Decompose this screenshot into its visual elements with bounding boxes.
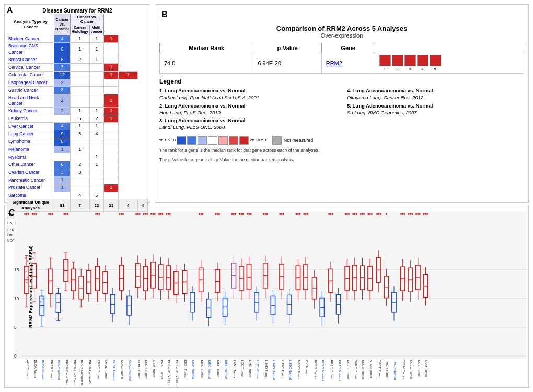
median-rank-value: 74.0: [160, 53, 253, 74]
svg-text:ACC Tumor: ACC Tumor: [26, 360, 30, 377]
cancer-vs-normal-val: 1: [54, 176, 71, 184]
histology-val1: [70, 94, 89, 108]
histology-val2: [89, 79, 104, 87]
histology-val2: 1: [89, 123, 104, 130]
svg-text:KICH Normal: KICH Normal: [192, 360, 195, 379]
scale-box-6: [229, 136, 238, 145]
histology-val2: [89, 176, 104, 184]
color-boxes: [379, 55, 519, 66]
cancer-vs-normal-val: 2: [54, 94, 71, 108]
cancer-row-name: Sarcoma: [7, 192, 54, 199]
cancer-vs-normal-val: [54, 153, 71, 161]
histology-val2: 1: [89, 35, 104, 43]
p-value-value: 6.94E-20: [253, 53, 321, 74]
sl-5: 5: [168, 138, 170, 142]
cancer-row-name: Bladder Cancer: [7, 35, 54, 43]
multi-cancer-val: [104, 130, 119, 138]
svg-text:***: ***: [246, 212, 251, 217]
multi-cancer-val: [104, 56, 119, 64]
svg-text:HNSC+HPVpos Tumor: HNSC+HPVpos Tumor: [175, 360, 179, 385]
histology-val2: [89, 169, 104, 176]
svg-text:UCS Tumor: UCS Tumor: [417, 360, 421, 377]
histology-val2: [89, 146, 104, 153]
footnote-2: The p-Value for a gene is its p-Value fo…: [159, 157, 524, 163]
legend-italic-4: Okayama Lung, Cancer Res, 2012: [347, 94, 423, 100]
histology-val1: 1: [70, 123, 89, 130]
cancer-vs-normal-val: [54, 192, 71, 199]
svg-text:THCA Normal: THCA Normal: [393, 360, 397, 381]
panel-a: A Disease Summary for RRM2 Analysis Type…: [4, 4, 150, 203]
svg-text:BRCA-Basal Tumor: BRCA-Basal Tumor: [65, 360, 69, 385]
histology-val2: [89, 64, 104, 72]
analysis-table: Median Rank p-Value Gene 74.0 6.94E-20 R…: [159, 43, 524, 74]
svg-text:SKCM Tumor: SKCM Tumor: [362, 360, 365, 380]
legend-num-5: 5. Lung Adenocarcinoma vs. Normal: [347, 103, 433, 109]
cancer-row-name: Pancreatic Cancer: [7, 176, 54, 184]
multi-cancer-val: 1: [104, 35, 119, 43]
legend-item-4: 4. Lung Adenocarcinoma vs. Normal Okayam…: [347, 87, 524, 101]
legend-num-4: 4. Lung Adenocarcinoma vs. Normal: [347, 88, 433, 93]
histology-val2: [89, 71, 104, 79]
gene-value[interactable]: RRM2: [321, 53, 375, 74]
panel-a-title: Disease Summary for RRM2: [7, 8, 148, 14]
cancer-vs-normal-val: 1: [54, 184, 71, 192]
multi-cancer-val: 1: [104, 71, 119, 79]
histology-val1: 3: [70, 169, 89, 176]
svg-text:***: ***: [239, 212, 244, 217]
svg-text:THYM Tumor: THYM Tumor: [402, 360, 405, 379]
svg-text:***: ***: [119, 212, 124, 217]
cancer-vs-normal-val: 2: [54, 108, 71, 115]
svg-text:BLCA Tumor: BLCA Tumor: [33, 360, 37, 378]
panel-c: C RRM2 Expression Level (log2 RSEM) 0 5 …: [4, 205, 529, 388]
multi-cancer-val: [104, 146, 119, 153]
svg-text:MESO Tumor: MESO Tumor: [297, 360, 301, 380]
svg-text:HNSC Tumor: HNSC Tumor: [160, 360, 164, 379]
cancer-row-name: Melanoma: [7, 146, 54, 153]
multi-cancer-val: 1: [104, 184, 119, 192]
multi-cancer-val: [104, 176, 119, 184]
color-boxes-cell: 1 2 3 4 5: [375, 53, 524, 74]
svg-text:***: ***: [279, 212, 284, 217]
cancer-vs-normal-val: [54, 115, 71, 123]
cancer-row-name: Head and Neck Cancer: [7, 94, 54, 108]
svg-text:***: ***: [63, 212, 68, 217]
svg-text:SARC Tumor: SARC Tumor: [354, 360, 357, 379]
median-rank-header: Median Rank: [160, 43, 253, 53]
box-label-1: 1: [379, 67, 391, 72]
svg-text:GBM Tumor: GBM Tumor: [153, 360, 156, 378]
svg-text:PCPG Normal: PCPG Normal: [321, 360, 325, 381]
nm-label: Not measured: [284, 138, 314, 143]
legend-num-3: 3. Lung Adenocarcinoma vs. Normal: [159, 117, 245, 123]
legend-italic-5: Su Lung, BMC Genomics, 2007: [347, 110, 417, 115]
svg-text:KIRC Tumor: KIRC Tumor: [200, 360, 204, 378]
sl-10: 10: [171, 138, 176, 142]
scale-box-3: [198, 136, 207, 145]
yaxis-10: 10: [14, 296, 19, 301]
histology-val2: 2: [89, 115, 104, 123]
not-measured: Not measured: [272, 136, 314, 145]
svg-point-32: [42, 298, 43, 300]
nm-box: [272, 136, 282, 145]
histology-val1: 1: [70, 43, 89, 56]
svg-text:CHOL Normal: CHOL Normal: [112, 360, 115, 381]
multi-cancer-val: [104, 192, 119, 199]
sl-5r: 5: [261, 138, 263, 142]
cancer-vs-normal-val: 9: [54, 130, 71, 138]
cancer-row-name: Myeloma: [7, 153, 54, 161]
svg-text:PCPG Tumor: PCPG Tumor: [314, 360, 317, 379]
gene-header: Gene: [321, 43, 375, 53]
footnote-1: The rank for a gene is the median rank f…: [159, 148, 524, 154]
col2-header: Cancer vs. Normal: [54, 14, 71, 35]
legend-item-2: 2. Lung Adenocarcinoma vs. Normal Hou Lu…: [159, 102, 337, 116]
histology-val1: [70, 87, 89, 94]
svg-text:OV Tumor: OV Tumor: [305, 360, 309, 375]
svg-text:BRCA-LuminalB Tumor: BRCA-LuminalB Tumor: [88, 360, 91, 385]
svg-text:THCA Tumor: THCA Tumor: [386, 360, 389, 379]
scale-box-5: [218, 136, 228, 145]
histology-val1: [70, 176, 89, 184]
svg-text:CHOL Tumor: CHOL Tumor: [105, 360, 108, 379]
histology-val2: 1: [89, 43, 104, 56]
svg-text:***: ***: [415, 212, 421, 217]
svg-text:***: ***: [423, 212, 428, 217]
svg-text:KIRP Tumor: KIRP Tumor: [217, 360, 221, 378]
